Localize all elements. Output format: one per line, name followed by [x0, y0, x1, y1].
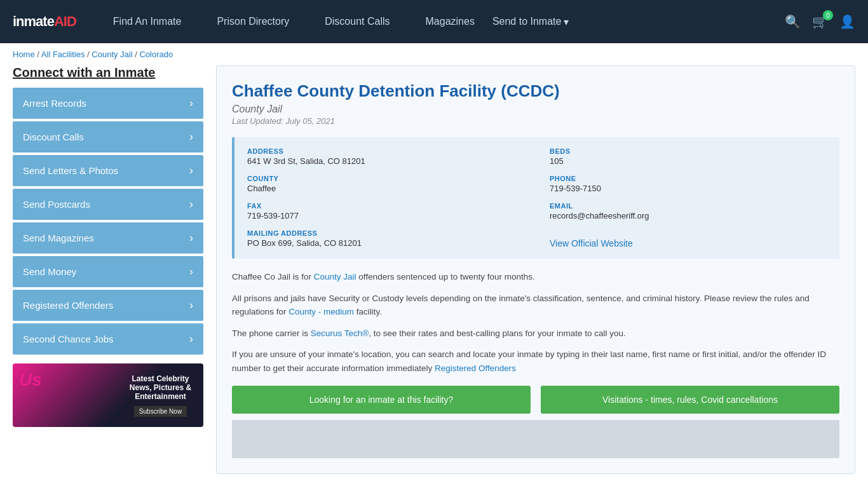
sidebar-label-send-postcards: Send Postcards — [23, 199, 90, 210]
sidebar-label-send-letters: Send Letters & Photos — [23, 165, 118, 176]
beds-label: BEDS — [550, 147, 827, 155]
email-block: EMAIL records@chaffeesheriff.org — [550, 202, 827, 220]
address-block: ADDRESS 641 W 3rd St, Salida, CO 81201 — [247, 147, 524, 166]
user-icon[interactable]: 👤 — [839, 14, 855, 29]
ad-subscribe-button[interactable]: Subscribe Now — [134, 406, 187, 417]
last-updated: Last Updated: July 05, 2021 — [232, 116, 839, 126]
arrow-icon: › — [189, 164, 193, 177]
nav-right: 🔍 🛒 0 👤 — [785, 14, 855, 29]
sidebar-item-arrest-records[interactable]: Arrest Records › — [13, 88, 203, 119]
main-container: Connect with an Inmate Arrest Records › … — [0, 65, 868, 487]
sidebar-label-arrest-records: Arrest Records — [23, 98, 86, 109]
arrow-icon: › — [189, 299, 193, 312]
county-block: COUNTY Chaffee — [247, 175, 524, 193]
address-label: ADDRESS — [247, 147, 524, 155]
sidebar-label-second-chance-jobs: Second Chance Jobs — [23, 334, 114, 344]
sidebar-item-send-money[interactable]: Send Money › — [13, 256, 203, 287]
arrow-icon: › — [189, 231, 193, 245]
facility-content: Chaffee County Detention Facility (CCDC)… — [216, 65, 855, 474]
sidebar-label-send-money: Send Money — [23, 266, 76, 277]
sidebar: Connect with an Inmate Arrest Records › … — [13, 65, 203, 474]
breadcrumb-home[interactable]: Home — [13, 50, 35, 59]
facility-info-grid: ADDRESS 641 W 3rd St, Salida, CO 81201 B… — [232, 137, 839, 259]
sidebar-item-second-chance-jobs[interactable]: Second Chance Jobs › — [13, 323, 203, 355]
fax-label: FAX — [247, 202, 524, 210]
breadcrumb: Home / All Facilities / County Jail / Co… — [0, 43, 868, 65]
fax-value: 719-539-1077 — [247, 211, 524, 220]
email-label: EMAIL — [550, 202, 827, 210]
securus-link[interactable]: Securus Tech® — [311, 329, 369, 338]
sidebar-advertisement: Us Latest Celebrity News, Pictures & Ent… — [13, 363, 203, 427]
sidebar-item-send-postcards[interactable]: Send Postcards › — [13, 189, 203, 220]
arrow-icon: › — [189, 265, 193, 278]
sidebar-label-discount-calls: Discount Calls — [23, 132, 84, 142]
website-block: . View Official Website — [550, 229, 827, 248]
nav-magazines[interactable]: Magazines — [408, 0, 492, 43]
mailing-block: MAILING ADDRESS PO Box 699, Salida, CO 8… — [247, 229, 524, 248]
county-value: Chaffee — [247, 184, 524, 193]
county-medium-link[interactable]: County - medium — [288, 307, 354, 316]
ad-text: Latest Celebrity News, Pictures & Entert… — [118, 369, 203, 422]
sidebar-title: Connect with an Inmate — [13, 65, 203, 80]
gray-area — [232, 420, 839, 458]
nav-discount-calls[interactable]: Discount Calls — [307, 0, 407, 43]
breadcrumb-colorado[interactable]: Colorado — [139, 50, 173, 59]
chevron-down-icon: ▾ — [564, 16, 569, 28]
arrow-icon: › — [189, 332, 193, 346]
website-spacer: . — [550, 229, 827, 237]
ad-logo: Us — [19, 370, 42, 390]
sidebar-item-send-letters[interactable]: Send Letters & Photos › — [13, 155, 203, 186]
desc-para-3: The phone carrier is Securus Tech®, to s… — [232, 327, 839, 341]
phone-block: PHONE 719-539-7150 — [550, 175, 827, 193]
search-icon[interactable]: 🔍 — [785, 14, 801, 29]
breadcrumb-county-jail[interactable]: County Jail — [92, 50, 132, 59]
fax-block: FAX 719-539-1077 — [247, 202, 524, 220]
address-value: 641 W 3rd St, Salida, CO 81201 — [247, 156, 524, 166]
arrow-icon: › — [189, 130, 193, 144]
desc-para-4: If you are unsure of your inmate's locat… — [232, 348, 839, 375]
facility-type: County Jail — [232, 104, 839, 115]
mailing-value: PO Box 699, Salida, CO 81201 — [247, 238, 524, 248]
sidebar-label-registered-offenders: Registered Offenders — [23, 300, 113, 311]
beds-value: 105 — [550, 156, 827, 166]
main-nav: Find An Inmate Prison Directory Discount… — [95, 0, 785, 43]
registered-offenders-link[interactable]: Registered Offenders — [435, 363, 516, 373]
visitations-button[interactable]: Visitations - times, rules, Covid cancel… — [541, 386, 839, 414]
arrow-icon: › — [189, 97, 193, 110]
official-website-link[interactable]: View Official Website — [550, 238, 633, 248]
facility-description: Chaffee Co Jail is for County Jail offen… — [232, 270, 839, 376]
desc-para-2: All prisons and jails have Security or C… — [232, 292, 839, 319]
breadcrumb-all-facilities[interactable]: All Facilities — [41, 50, 85, 59]
phone-value: 719-539-7150 — [550, 184, 827, 193]
sidebar-item-send-magazines[interactable]: Send Magazines › — [13, 222, 203, 254]
sidebar-item-discount-calls[interactable]: Discount Calls › — [13, 121, 203, 152]
looking-for-inmate-button[interactable]: Looking for an inmate at this facility? — [232, 386, 531, 414]
nav-send-to-inmate[interactable]: Send to Inmate ▾ — [492, 16, 569, 28]
email-value: records@chaffeesheriff.org — [550, 211, 827, 220]
beds-block: BEDS 105 — [550, 147, 827, 166]
nav-prison-directory[interactable]: Prison Directory — [199, 0, 307, 43]
nav-find-inmate[interactable]: Find An Inmate — [95, 0, 200, 43]
site-header: inmateAID Find An Inmate Prison Director… — [0, 0, 868, 43]
phone-label: PHONE — [550, 175, 827, 182]
logo-text: inmateAID — [13, 13, 76, 30]
cart-count: 0 — [823, 10, 833, 20]
cart-icon[interactable]: 🛒 0 — [812, 14, 828, 29]
desc-para-1: Chaffee Co Jail is for County Jail offen… — [232, 270, 839, 284]
facility-name: Chaffee County Detention Facility (CCDC) — [232, 81, 839, 101]
arrow-icon: › — [189, 198, 193, 211]
logo[interactable]: inmateAID — [13, 13, 76, 30]
county-label: COUNTY — [247, 175, 524, 182]
mailing-label: MAILING ADDRESS — [247, 229, 524, 237]
action-buttons: Looking for an inmate at this facility? … — [232, 386, 839, 414]
county-jail-link[interactable]: County Jail — [314, 272, 356, 281]
sidebar-item-registered-offenders[interactable]: Registered Offenders › — [13, 290, 203, 321]
sidebar-label-send-magazines: Send Magazines — [23, 233, 94, 243]
